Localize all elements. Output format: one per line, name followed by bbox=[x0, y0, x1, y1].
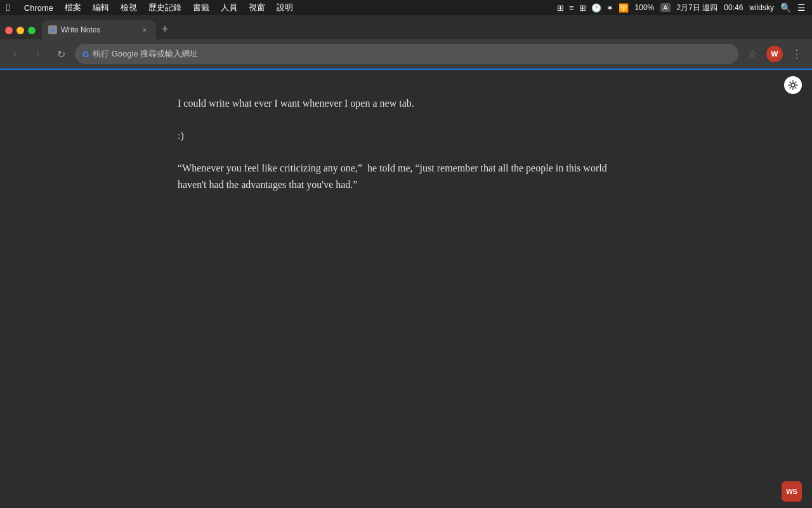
tab-bar: W Write Notes × + bbox=[0, 15, 812, 39]
screen-icon: ⊞ bbox=[557, 3, 564, 13]
menubar-time: 00:46 bbox=[724, 3, 743, 12]
battery-level: 100% bbox=[635, 3, 655, 12]
notes-area[interactable]: I could write what ever I want whenever … bbox=[165, 95, 647, 193]
svg-point-0 bbox=[791, 83, 795, 87]
forward-icon: › bbox=[36, 48, 39, 60]
control-center-icon[interactable]: ☰ bbox=[797, 3, 806, 13]
menubar-history[interactable]: 歷史記錄 bbox=[148, 2, 181, 13]
apple-menu[interactable]:  bbox=[6, 2, 10, 13]
menubar-help[interactable]: 說明 bbox=[277, 2, 293, 13]
menubar-file[interactable]: 檔案 bbox=[65, 2, 81, 13]
note-content[interactable]: I could write what ever I want whenever … bbox=[178, 95, 634, 193]
forward-button[interactable]: › bbox=[29, 45, 47, 63]
menubar-user: wildsky bbox=[749, 3, 774, 12]
keyboard-a: A bbox=[660, 3, 670, 12]
menubar:  Chrome 檔案 編輯 檢視 歷史記錄 書籤 人員 視窗 說明 ⊞ ≡ ⊞… bbox=[0, 0, 812, 15]
new-tab-button[interactable]: + bbox=[156, 20, 174, 38]
bluetooth-icon: ✶ bbox=[606, 3, 613, 13]
window-controls bbox=[5, 27, 36, 39]
back-button[interactable]: ‹ bbox=[6, 45, 24, 63]
tab-title: Write Notes bbox=[61, 25, 136, 34]
reload-button[interactable]: ↻ bbox=[52, 45, 70, 63]
search-icon[interactable]: 🔍 bbox=[780, 3, 791, 13]
tab-close-button[interactable]: × bbox=[140, 25, 150, 35]
menu-icon: ≡ bbox=[569, 3, 574, 13]
clock-icon: 🕐 bbox=[591, 3, 601, 13]
back-icon: ‹ bbox=[13, 48, 16, 60]
close-window-button[interactable] bbox=[5, 27, 13, 34]
menubar-right: ⊞ ≡ ⊞ 🕐 ✶ 🛜 100% A 2月7日 週四 00:46 wildsky… bbox=[557, 3, 806, 13]
star-icon: ☆ bbox=[749, 49, 757, 59]
active-tab[interactable]: W Write Notes × bbox=[42, 20, 156, 39]
grid-icon: ⊞ bbox=[579, 3, 586, 13]
google-g-icon: G bbox=[82, 50, 89, 59]
menubar-icons: ⊞ ≡ ⊞ 🕐 ✶ 🛜 bbox=[557, 3, 629, 13]
profile-avatar[interactable]: W bbox=[766, 46, 783, 62]
menubar-edit[interactable]: 編輯 bbox=[93, 2, 109, 13]
wifi-icon: 🛜 bbox=[619, 3, 629, 13]
tab-favicon: W bbox=[48, 25, 57, 34]
reload-icon: ↻ bbox=[57, 48, 65, 60]
page-content: I could write what ever I want whenever … bbox=[0, 70, 812, 508]
address-text: 執行 Google 搜尋或輸入網址 bbox=[93, 48, 731, 60]
menubar-date: 2月7日 週四 bbox=[677, 3, 718, 13]
minimize-window-button[interactable] bbox=[16, 27, 24, 34]
menubar-people[interactable]: 人員 bbox=[221, 2, 237, 13]
ws-extension-button[interactable]: WS bbox=[782, 481, 802, 502]
settings-button[interactable] bbox=[784, 76, 802, 94]
address-bar[interactable]: G 執行 Google 搜尋或輸入網址 bbox=[75, 44, 738, 64]
menubar-bookmarks[interactable]: 書籤 bbox=[193, 2, 209, 13]
menubar-chrome[interactable]: Chrome bbox=[24, 3, 53, 13]
browser-toolbar: ‹ › ↻ G 執行 Google 搜尋或輸入網址 ☆ W ⋮ bbox=[0, 39, 812, 70]
more-options-button[interactable]: ⋮ bbox=[788, 45, 806, 63]
menubar-window[interactable]: 視窗 bbox=[249, 2, 265, 13]
chrome-window: W Write Notes × + ‹ › ↻ G 執行 Google 搜尋或輸… bbox=[0, 15, 812, 508]
menubar-view[interactable]: 檢視 bbox=[121, 2, 137, 13]
maximize-window-button[interactable] bbox=[28, 27, 36, 34]
settings-icon bbox=[788, 80, 798, 90]
bookmark-button[interactable]: ☆ bbox=[743, 45, 761, 63]
